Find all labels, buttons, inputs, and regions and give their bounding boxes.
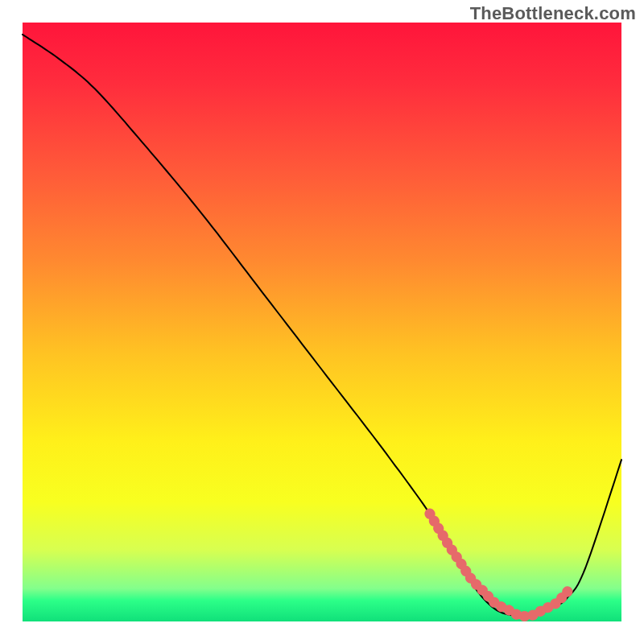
chart-foreground [0,0,644,644]
valley-marker [430,514,568,616]
watermark-text: TheBottleneck.com [470,3,636,24]
bottleneck-curve [23,35,621,617]
